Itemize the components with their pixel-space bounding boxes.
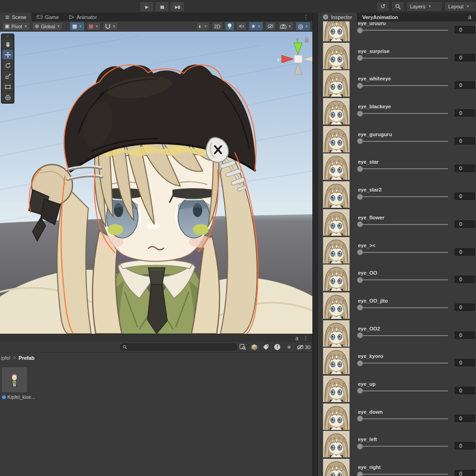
slider-handle[interactable]: [357, 277, 363, 283]
blendshape-slider[interactable]: [358, 165, 448, 172]
slider-track[interactable]: [359, 252, 448, 253]
blendshape-thumbnail[interactable]: [323, 181, 350, 208]
dock-menu-icon[interactable]: ⋮: [299, 13, 312, 21]
slider-handle[interactable]: [357, 332, 363, 338]
slider-handle[interactable]: [357, 443, 363, 450]
blendshape-value-field[interactable]: 0: [455, 387, 475, 394]
blendshape-value-field[interactable]: 0: [455, 359, 475, 366]
tab-veryanimation[interactable]: VeryAnimation: [357, 13, 403, 21]
blendshape-value-field[interactable]: 0: [455, 220, 475, 228]
magnet-snap-toggle[interactable]: ▼: [103, 22, 118, 31]
slider-handle[interactable]: [357, 388, 363, 394]
blendshape-slider[interactable]: [358, 109, 448, 117]
slider-track[interactable]: [359, 113, 448, 114]
blendshape-thumbnail[interactable]: [323, 153, 350, 180]
slider-track[interactable]: [359, 85, 448, 86]
breadcrumb-folder[interactable]: ipfel: [1, 355, 10, 361]
blendshape-thumbnail[interactable]: [323, 292, 350, 319]
blendshape-value-field[interactable]: 0: [455, 54, 475, 61]
slider-handle[interactable]: [357, 55, 363, 61]
blendshape-value-field[interactable]: 0: [455, 442, 475, 450]
overlay-grip-handle[interactable]: ≡: [7, 34, 9, 39]
asset-type-button[interactable]: [250, 343, 258, 351]
effects-dropdown[interactable]: ★ ▼: [249, 22, 263, 31]
slider-track[interactable]: [359, 307, 448, 308]
slider-handle[interactable]: [357, 416, 363, 422]
axis-back-cone[interactable]: [303, 55, 312, 63]
pause-button[interactable]: ▮▮: [155, 1, 169, 12]
blendshape-slider[interactable]: [358, 26, 448, 33]
blendshape-thumbnail[interactable]: [323, 21, 350, 41]
blendshape-value-field[interactable]: 0: [455, 415, 475, 422]
console-filter-button[interactable]: !: [273, 343, 282, 351]
gizmo-lock-icon[interactable]: [305, 38, 309, 43]
slider-handle[interactable]: [357, 221, 363, 227]
slider-handle[interactable]: [357, 249, 363, 255]
asset-label-row[interactable]: Kipfel_kise...: [2, 394, 35, 400]
search-button[interactable]: [391, 1, 404, 12]
blendshape-thumbnail[interactable]: [323, 126, 350, 152]
project-content-area[interactable]: Kipfel_kise...: [0, 363, 312, 476]
slider-handle[interactable]: [357, 166, 363, 172]
blendshape-value-field[interactable]: 0: [455, 109, 475, 117]
slider-handle[interactable]: [357, 83, 363, 89]
slider-track[interactable]: [359, 363, 448, 364]
blendshape-slider[interactable]: [358, 81, 448, 89]
blendshape-value-field[interactable]: 0: [455, 248, 475, 256]
blendshape-slider[interactable]: [358, 248, 448, 256]
blendshape-thumbnail[interactable]: [323, 237, 350, 264]
tab-game[interactable]: Game: [32, 13, 64, 21]
tab-inspector[interactable]: i Inspector: [318, 13, 357, 21]
axis-y-cone[interactable]: [294, 43, 302, 55]
blendshape-value-field[interactable]: 0: [455, 192, 475, 200]
blendshape-thumbnail[interactable]: [323, 209, 350, 236]
search-by-label-button[interactable]: [262, 343, 270, 351]
blendshape-value-field[interactable]: 0: [455, 137, 475, 145]
blendshape-value-field[interactable]: 0: [455, 165, 475, 172]
slider-handle[interactable]: [357, 360, 363, 366]
blendshape-slider[interactable]: [358, 276, 448, 283]
transform-tool-button[interactable]: [2, 93, 13, 102]
audio-toggle[interactable]: [236, 22, 247, 31]
blendshape-value-field[interactable]: 0: [455, 81, 475, 89]
blendshape-thumbnail[interactable]: [323, 98, 350, 125]
slider-track[interactable]: [359, 196, 448, 197]
play-button[interactable]: ▶: [139, 1, 154, 12]
blendshape-thumbnail[interactable]: [323, 320, 350, 347]
blendshape-value-field[interactable]: 0: [455, 26, 475, 33]
blendshape-slider[interactable]: [358, 331, 448, 339]
blendshape-value-field[interactable]: 0: [455, 276, 475, 283]
blendshape-slider[interactable]: [358, 54, 448, 61]
projection-mode-label[interactable]: < Persp: [276, 71, 309, 76]
inspector-lock-icon[interactable]: a: [468, 13, 476, 21]
increment-snap-toggle[interactable]: ▦ ▼: [86, 22, 101, 31]
layout-dropdown[interactable]: Layout ▼: [444, 1, 476, 12]
slider-track[interactable]: [359, 474, 448, 475]
project-menu-icon[interactable]: ⋮: [303, 335, 309, 342]
mode-2d-toggle[interactable]: 2D: [212, 22, 223, 31]
move-tool-button[interactable]: [2, 50, 13, 60]
grid-snap-toggle[interactable]: ▦ ▼: [70, 22, 84, 31]
blendshape-slider[interactable]: [358, 359, 448, 366]
slider-track[interactable]: [359, 224, 448, 225]
layers-dropdown[interactable]: Layers ▼: [406, 1, 443, 12]
blendshape-list[interactable]: eye_uruuru 0 eye_surprise 0: [318, 21, 476, 476]
slider-track[interactable]: [359, 141, 448, 142]
blendshape-value-field[interactable]: 0: [455, 470, 475, 476]
slider-handle[interactable]: [357, 138, 363, 144]
step-button[interactable]: ▶▮: [170, 1, 185, 12]
slider-track[interactable]: [359, 418, 448, 419]
blendshape-thumbnail[interactable]: [323, 403, 350, 430]
camera-settings-dropdown[interactable]: ▼: [278, 22, 294, 31]
blendshape-thumbnail[interactable]: [323, 459, 350, 476]
prefab-asset-tile[interactable]: [2, 367, 27, 392]
history-button[interactable]: ↺: [377, 1, 390, 12]
slider-track[interactable]: [359, 168, 448, 169]
blendshape-thumbnail[interactable]: [323, 70, 350, 97]
scale-tool-button[interactable]: [2, 71, 13, 81]
slider-handle[interactable]: [357, 27, 363, 33]
tab-animator[interactable]: Animator: [64, 13, 102, 21]
rotate-tool-button[interactable]: [2, 60, 13, 70]
blendshape-slider[interactable]: [358, 442, 448, 450]
shading-mode-dropdown[interactable]: ◐ ▼: [196, 22, 210, 31]
